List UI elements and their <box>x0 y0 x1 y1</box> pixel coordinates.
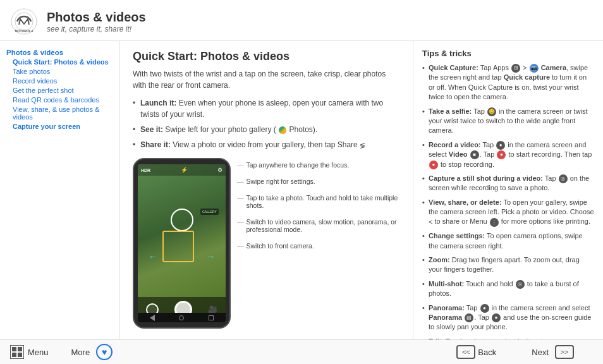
bullet-launch-text: Even when your phone is asleep, open you… <box>140 99 383 119</box>
bullet-list: Launch it: Even when your phone is aslee… <box>133 97 400 150</box>
sidebar-item-perfect-shot[interactable]: Get the perfect shot <box>6 87 113 94</box>
tip-multishot: Multi-shot: Touch and hold ◎ to take a b… <box>422 279 594 299</box>
camera-top-bar: HDR ⚡ ⚙ <box>138 164 226 176</box>
phone-screen: HDR ⚡ ⚙ ← → GALLERY 🎥 <box>138 164 226 322</box>
still-shot-icon: ◎ <box>559 174 568 183</box>
callout-video-mode: — Switch to video camera, slow motion, p… <box>237 218 400 233</box>
bullet-see-text: Swipe left for your photo gallery ( Phot… <box>165 125 317 134</box>
next-icon: >> <box>555 345 574 359</box>
phone-diagram: HDR ⚡ ⚙ ← → GALLERY 🎥 <box>133 158 400 329</box>
menu-icon <box>10 345 24 359</box>
sidebar-item-view-share[interactable]: View, share, & use photos & videos <box>6 106 113 121</box>
grid-cell-4 <box>18 353 22 357</box>
tip-view-share: View, share, or delete: To open your gal… <box>422 198 594 228</box>
cam-right-arrow: → <box>206 252 215 262</box>
yellow-focus-rect <box>162 231 194 262</box>
tip-zoom: Zoom: Drag two fingers apart. To zoom ou… <box>422 255 594 275</box>
pencil-icon: ✏ <box>552 337 557 339</box>
header-text: Photos & videos see it, capture it, shar… <box>47 10 146 33</box>
sidebar-item-take-photos[interactable]: Take photos <box>6 68 113 75</box>
video-icon: ■ <box>470 150 479 159</box>
bullet-see-term: See it: <box>140 125 163 134</box>
back-button[interactable]: << Back <box>454 345 500 359</box>
sidebar-item-record-videos[interactable]: Record videos <box>6 77 113 85</box>
cam-left-arrow: ← <box>149 252 157 262</box>
start-record-icon: ● <box>497 150 506 159</box>
sidebar-item-photos-videos[interactable]: Photos & videos <box>6 49 113 56</box>
pano-sel-icon: ▤ <box>465 313 473 322</box>
right-panel: Tips & tricks Quick Capture: Tap Apps ⊞ … <box>413 41 603 339</box>
sidebar-item-quickstart[interactable]: Quick Start: Photos & videos <box>6 58 113 66</box>
grid-cell-1 <box>12 347 16 351</box>
nav-bar <box>138 313 226 322</box>
callout-focus-text: Tap anywhere to change the focus. <box>247 161 350 169</box>
sidebar: Photos & videos Quick Start: Photos & vi… <box>0 41 120 339</box>
camera-icon-blue: 📷 <box>530 64 539 73</box>
bullet-share: Share it: View a photo or video from you… <box>133 139 400 150</box>
menu-label: Menu <box>28 348 49 357</box>
flash-icon: ⚡ <box>181 167 188 173</box>
menu-button[interactable]: Menu <box>10 345 52 359</box>
motorola-logo: MOTOROLA <box>10 8 38 35</box>
bullet-see: See it: Swipe left for your photo galler… <box>133 124 400 135</box>
callout-settings: — Swipe right for settings. <box>237 178 400 185</box>
more-icon: ♥ <box>96 344 113 360</box>
bullet-launch: Launch it: Even when your phone is aslee… <box>133 97 400 120</box>
next-label: Next <box>532 348 549 357</box>
tips-title: Tips & tricks <box>422 49 594 58</box>
callout-focus: — Tap anywhere to change the focus. <box>237 161 400 169</box>
pano-tap-icon: ● <box>492 313 501 322</box>
selfie-icon: 😊 <box>487 107 496 116</box>
record-icon: ● <box>496 141 505 150</box>
sidebar-item-capture-screen[interactable]: Capture your screen <box>6 123 113 130</box>
next-button[interactable]: Next >> <box>532 345 574 359</box>
photos-icon <box>279 126 286 134</box>
bullet-share-term: Share it: <box>140 140 171 149</box>
callout-front-cam: — Switch to front camera. <box>237 242 400 250</box>
callout-settings-text: Swipe right for settings. <box>247 178 315 185</box>
header: MOTOROLA Photos & videos see it, capture… <box>0 0 603 41</box>
page-title: Photos & videos <box>47 10 146 25</box>
back-icon: << <box>456 345 475 359</box>
home-nav[interactable] <box>179 315 184 320</box>
gallery-btn[interactable]: GALLERY <box>200 209 219 215</box>
recents-nav[interactable] <box>209 315 214 320</box>
grid-cell-2 <box>18 347 22 351</box>
cam-settings-icon: ⚙ <box>217 167 222 173</box>
tip-quick-capture: Quick Capture: Tap Apps ⊞ > 📷 Camera, sw… <box>422 63 594 102</box>
phone-mockup: HDR ⚡ ⚙ ← → GALLERY 🎥 <box>133 158 231 329</box>
sidebar-item-qr-codes[interactable]: Read QR codes & barcodes <box>6 96 113 104</box>
bullet-launch-term: Launch it: <box>140 99 176 107</box>
stop-record-icon: ● <box>429 161 438 169</box>
tip-still-shot: Capture a still shot during a video: Tap… <box>422 174 594 193</box>
tip-edit: Edit: Tap the photo to select it, then t… <box>422 337 594 339</box>
back-label: Back <box>478 348 496 357</box>
bottom-bar: Menu More ♥ << Back Next >> <box>0 339 603 364</box>
more-button[interactable]: More ♥ <box>71 344 113 360</box>
main-layout: Photos & videos Quick Start: Photos & vi… <box>0 41 603 339</box>
callouts: — Tap anywhere to change the focus. — Sw… <box>231 158 400 329</box>
multishot-icon: ◎ <box>516 280 525 289</box>
apps-icon: ⊞ <box>511 64 520 73</box>
hdr-label: HDR <box>141 168 150 173</box>
grid-cell-3 <box>12 353 16 357</box>
menu-dots-icon: ⋮ <box>490 218 499 227</box>
back-nav[interactable] <box>150 315 155 321</box>
callout-photo: — Tap to take a photo. Touch and hold to… <box>237 194 400 209</box>
share-icon2: < <box>429 217 432 227</box>
bullet-share-text: View a photo or video from your gallery,… <box>173 140 365 149</box>
tip-record-video: Record a video: Tap ● in the camera scre… <box>422 140 594 169</box>
svg-text:MOTOROLA: MOTOROLA <box>15 29 33 33</box>
callout-video-text: Switch to video camera, slow motion, pan… <box>247 218 401 233</box>
center-title: Quick Start: Photos & videos <box>133 50 400 63</box>
page-subtitle: see it, capture it, share it! <box>47 25 146 33</box>
tips-list: Quick Capture: Tap Apps ⊞ > 📷 Camera, sw… <box>422 63 594 339</box>
tip-panorama: Panorama: Tap ● in the camera screen and… <box>422 303 594 332</box>
share-icon: ≶ <box>360 140 365 151</box>
focus-circle <box>171 209 193 231</box>
callout-photo-text: Tap to take a photo. Touch and hold to t… <box>247 194 401 209</box>
tip-selfie: Take a selfie: Tap 😊 in the camera scree… <box>422 107 594 136</box>
more-label: More <box>71 348 90 357</box>
center-content: Quick Start: Photos & videos With two tw… <box>120 41 413 339</box>
callout-front-text: Switch to front camera. <box>247 242 314 250</box>
